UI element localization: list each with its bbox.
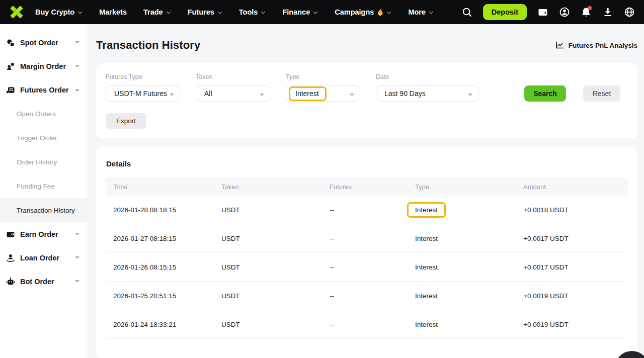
nav-markets[interactable]: Markets — [99, 8, 127, 16]
futures-type-select[interactable]: USDT-M Futures — [106, 85, 180, 102]
sidebar-item-label: Bot Order — [20, 278, 54, 286]
chevron-down-icon — [75, 233, 79, 235]
sidebar-subitem-transaction-history[interactable]: Transaction History — [0, 198, 88, 222]
filter-futures-type: Futures Type USDT-M Futures — [106, 73, 180, 102]
cell-amount: +0.0017 USDT — [516, 263, 628, 271]
type-select[interactable]: Interest — [286, 85, 360, 102]
chevron-down-icon — [260, 89, 264, 98]
column-header-futures: Futures — [322, 183, 408, 191]
filter-type: Type Interest — [286, 73, 360, 102]
cell-token: USDT — [214, 263, 322, 271]
column-header-type: Type — [408, 183, 516, 191]
sidebar-subitem-order-history[interactable]: Order History — [0, 150, 88, 174]
pnl-link-label: Futures PnL Analysis — [569, 42, 637, 49]
chevron-down-icon — [429, 11, 434, 14]
language-globe-icon[interactable] — [624, 7, 635, 18]
chevron-down-icon — [350, 89, 354, 98]
search-button[interactable]: Search — [524, 85, 566, 102]
token-select[interactable]: All — [196, 85, 270, 102]
cell-futures: -- — [322, 292, 408, 300]
wallet-icon[interactable] — [537, 7, 548, 18]
nav-campaigns[interactable]: Campaigns — [335, 8, 391, 16]
nav-futures[interactable]: Futures — [188, 8, 222, 16]
cell-type: Interest — [408, 321, 516, 328]
export-button[interactable]: Export — [106, 113, 146, 129]
nav-more[interactable]: More — [408, 8, 434, 16]
brand-logo-icon[interactable] — [9, 5, 24, 20]
nav-label: Futures — [188, 8, 214, 16]
nav-tools[interactable]: Tools — [239, 8, 266, 16]
filter-token: Token All — [196, 73, 270, 102]
date-select[interactable]: Last 90 Days — [376, 85, 478, 102]
sidebar-subitem-trigger-order[interactable]: Trigger Order — [0, 126, 88, 150]
deposit-button[interactable]: Deposit — [483, 4, 527, 20]
sidebar-subitem-funding-fee[interactable]: Funding Fee — [0, 174, 88, 198]
sidebar-item-label: Futures Order — [20, 86, 69, 94]
flame-icon — [377, 9, 383, 16]
chevron-down-icon — [75, 280, 79, 283]
sidebar-item-label: Spot Order — [20, 39, 58, 47]
cell-amount: +0.0018 USDT — [516, 206, 628, 214]
filter-panel: Futures Type USDT-M Futures Token All Ty… — [96, 63, 637, 138]
annotation-highlight-box: Interest — [407, 202, 446, 218]
chevron-down-icon — [386, 11, 391, 14]
sidebar-item-futures-order[interactable]: Futures Order — [0, 78, 88, 102]
cell-time: 2026-01-24 18:33:21 — [106, 321, 214, 328]
filter-label: Token — [196, 73, 270, 80]
cell-token: USDT — [214, 206, 322, 214]
nav-label: Campaigns — [335, 8, 374, 16]
cell-type: Interest — [408, 202, 516, 218]
futures-pnl-analysis-link[interactable]: Futures PnL Analysis — [555, 41, 637, 49]
chevron-down-icon — [261, 11, 266, 14]
nav-label: Trade — [143, 8, 163, 16]
column-header-amount: Amount — [516, 183, 628, 191]
table-row: 2026-01-26 08:15:15 USDT -- Interest +0.… — [106, 253, 628, 282]
loan-order-icon — [6, 253, 15, 262]
table-row: 2026-01-28 08:18:15 USDT -- Interest +0.… — [106, 196, 628, 224]
chart-line-icon — [555, 41, 564, 49]
cell-token: USDT — [214, 321, 322, 328]
top-navigation: Buy Crypto Markets Trade Futures Tools F… — [0, 0, 644, 24]
table-row: 2026-01-27 08:18:15 USDT -- Interest +0.… — [106, 224, 628, 253]
cell-amount: +0.0019 USDT — [516, 292, 628, 300]
notification-dot — [588, 6, 592, 10]
nav-label: More — [408, 8, 426, 16]
sidebar-subitem-open-orders[interactable]: Open Orders — [0, 102, 88, 126]
chevron-down-icon — [313, 11, 318, 14]
sidebar-item-label: Margin Order — [20, 62, 66, 70]
nav-finance[interactable]: Finance — [282, 8, 318, 16]
user-profile-icon[interactable] — [559, 7, 570, 18]
filter-label: Date — [376, 73, 478, 80]
main-menu: Buy Crypto Markets Trade Futures Tools F… — [35, 8, 450, 16]
nav-buy-crypto[interactable]: Buy Crypto — [35, 8, 83, 16]
table-row: 2026-01-24 18:33:21 USDT -- Interest +0.… — [106, 310, 628, 339]
nav-label: Tools — [239, 8, 258, 16]
sidebar-item-spot-order[interactable]: Spot Order — [0, 31, 88, 54]
nav-label: Markets — [99, 8, 127, 16]
search-icon[interactable] — [461, 7, 472, 18]
details-panel: Details Time Token Futures Type Amount 2… — [96, 147, 637, 358]
download-app-icon[interactable] — [602, 7, 613, 18]
earn-order-icon — [6, 230, 15, 239]
sidebar-item-earn-order[interactable]: Earn Order — [0, 222, 88, 246]
chevron-down-icon — [468, 89, 472, 98]
column-header-time: Time — [106, 183, 214, 191]
select-value: All — [204, 89, 212, 98]
chevron-down-icon — [77, 11, 83, 14]
sidebar-item-loan-order[interactable]: Loan Order — [0, 246, 88, 270]
cell-futures: -- — [322, 263, 408, 271]
chevron-down-icon — [170, 89, 174, 98]
column-header-token: Token — [214, 183, 322, 191]
nav-trade[interactable]: Trade — [143, 8, 171, 16]
cell-time: 2026-01-28 08:18:15 — [106, 206, 214, 214]
filter-label: Futures Type — [106, 73, 180, 80]
sidebar-item-margin-order[interactable]: Margin Order — [0, 54, 88, 78]
notification-bell-icon[interactable] — [581, 7, 592, 18]
cell-type: Interest — [408, 235, 516, 242]
sidebar-item-label: Loan Order — [20, 254, 59, 262]
sidebar-item-bot-order[interactable]: Bot Order — [0, 270, 88, 293]
futures-order-icon — [6, 85, 15, 95]
reset-button[interactable]: Reset — [583, 85, 620, 102]
details-title: Details — [106, 159, 628, 168]
sidebar: Spot Order Margin Order Futures Order Op… — [0, 24, 88, 358]
